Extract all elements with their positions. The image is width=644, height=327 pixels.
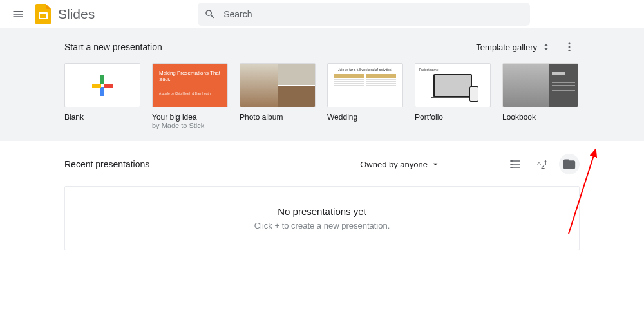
list-icon xyxy=(509,158,522,171)
svg-rect-9 xyxy=(511,160,513,162)
thumb-sub: A guide by Chip Heath & Dan Heath xyxy=(153,84,227,95)
plus-icon xyxy=(91,74,114,97)
thumb-heading: Project name xyxy=(419,68,438,71)
list-view-button[interactable] xyxy=(505,154,526,174)
template-blank[interactable]: Blank xyxy=(64,63,140,129)
app-header: Slides xyxy=(0,0,644,28)
template-section: Start a new presentation Template galler… xyxy=(0,28,644,141)
svg-rect-11 xyxy=(511,167,513,168)
recent-section: Recent presentations Owned by anyone AZ … xyxy=(64,141,580,250)
search-bar[interactable] xyxy=(198,3,530,26)
sort-az-icon: AZ xyxy=(536,158,549,171)
template-grid: Blank Making Presentations That Stick A … xyxy=(64,63,580,129)
template-header: Start a new presentation Template galler… xyxy=(64,37,580,57)
template-title: Wedding xyxy=(327,113,403,122)
template-more-button[interactable] xyxy=(559,37,580,57)
search-input[interactable] xyxy=(223,9,524,19)
main-menu-button[interactable] xyxy=(5,1,31,27)
template-thumb: Making Presentations That Stick A guide … xyxy=(152,63,228,107)
template-wedding[interactable]: Join us for a full weekend of activities… xyxy=(327,63,403,129)
svg-rect-10 xyxy=(511,164,513,165)
template-photo-album[interactable]: Photo album xyxy=(240,63,316,129)
search-icon xyxy=(204,8,216,20)
svg-rect-7 xyxy=(92,84,101,88)
template-thumb: Join us for a full weekend of activities… xyxy=(327,63,403,107)
template-portfolio[interactable]: Project name Portfolio xyxy=(415,63,491,129)
more-vert-icon xyxy=(564,41,575,53)
slides-logo[interactable] xyxy=(32,3,55,26)
sort-button[interactable]: AZ xyxy=(532,154,553,174)
svg-rect-1 xyxy=(40,14,46,18)
thumb-heading: Join us for a full weekend of activities… xyxy=(338,68,392,71)
svg-text:Z: Z xyxy=(541,164,545,170)
svg-rect-6 xyxy=(100,87,104,96)
recent-section-title: Recent presentations xyxy=(64,159,149,169)
template-title: Photo album xyxy=(240,113,316,122)
svg-point-3 xyxy=(569,46,571,48)
svg-point-4 xyxy=(569,50,571,51)
template-thumb xyxy=(502,63,578,107)
template-thumb xyxy=(64,63,140,107)
thumb-heading: Making Presentations That Stick xyxy=(153,64,227,84)
template-title: Portfolio xyxy=(415,113,491,122)
template-gallery-label: Template gallery xyxy=(476,42,537,52)
slides-logo-icon xyxy=(35,4,52,24)
unfold-icon xyxy=(541,42,551,52)
template-your-big-idea[interactable]: Making Presentations That Stick A guide … xyxy=(152,63,228,129)
svg-rect-8 xyxy=(104,84,113,88)
template-title: Lookbook xyxy=(502,113,578,122)
empty-state-title: No presentations yet xyxy=(278,206,366,217)
template-thumb xyxy=(240,63,316,107)
ownership-filter[interactable]: Owned by anyone xyxy=(360,159,440,169)
template-subtitle: by Made to Stick xyxy=(152,122,228,129)
template-section-title: Start a new presentation xyxy=(64,42,162,52)
ownership-filter-label: Owned by anyone xyxy=(360,160,428,169)
dropdown-icon xyxy=(430,159,440,169)
empty-state-subtitle: Click + to create a new presentation. xyxy=(254,221,390,230)
template-thumb: Project name xyxy=(415,63,491,107)
svg-point-2 xyxy=(569,42,571,44)
app-name: Slides xyxy=(58,6,95,22)
folder-icon xyxy=(563,158,576,171)
template-title: Blank xyxy=(64,113,140,122)
hamburger-icon xyxy=(12,8,24,21)
template-lookbook[interactable]: Lookbook xyxy=(502,63,578,129)
template-gallery-button[interactable]: Template gallery xyxy=(472,39,555,55)
empty-state: No presentations yet Click + to create a… xyxy=(64,186,580,250)
open-file-picker-button[interactable] xyxy=(559,154,580,174)
template-title: Your big idea xyxy=(152,113,228,122)
svg-rect-5 xyxy=(100,75,104,84)
